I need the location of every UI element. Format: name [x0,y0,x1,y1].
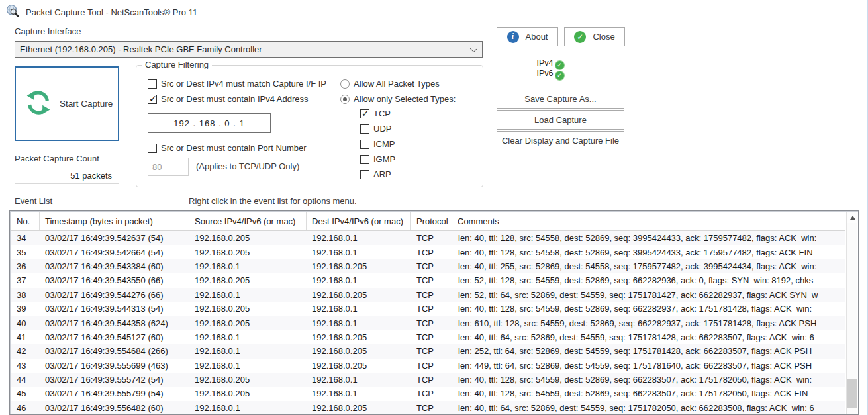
table-header-row: No.Timestamp (bytes in packet)Source IPv… [11,212,845,231]
app-icon [5,4,19,20]
ipv4-address-input[interactable]: 192 . 168 . 0 . 1 [148,113,271,133]
table-cell: TCP [411,304,452,314]
checkbox-packet-type-arp[interactable]: ARP [360,169,391,179]
checkbox-contain-port[interactable]: Src or Dest must contain Port Number [148,143,307,153]
port-number-value: 80 [152,162,162,172]
scroll-up-button[interactable] [847,212,858,223]
table-cell: 192.168.0.1 [189,346,307,356]
table-cell: 03/02/17 16:49:39.543550 (66) [40,275,189,285]
checkbox-packet-type-udp[interactable]: UDP [360,124,391,134]
checkbox-icon[interactable] [148,95,157,104]
table-row[interactable]: 4503/02/17 16:49:39.555799 (54)192.168.0… [11,387,845,400]
radio-icon[interactable] [340,79,350,89]
clear-display-button[interactable]: Clear Display and Capture File [497,131,624,150]
table-row[interactable]: 4203/02/17 16:49:39.554684 (266)192.168.… [11,344,845,358]
table-cell: len: 40, ttl: 128, src: 54558, dest: 528… [452,248,845,257]
checkbox-icon[interactable] [360,170,369,179]
column-header[interactable]: No. [11,212,40,230]
table-cell: 03/02/17 16:49:39.544313 (54) [40,304,189,314]
table-row[interactable]: 4403/02/17 16:49:39.555742 (54)192.168.0… [11,373,845,387]
table-cell: 03/02/17 16:49:39.542637 (54) [40,233,189,243]
table-cell: TCP [411,403,452,413]
column-header[interactable]: Source IPv4/IPv6 (or mac) [189,212,307,230]
table-cell: 192.168.0.1 [307,275,411,285]
ipv4-status: IPv4✓ [520,58,580,69]
table-row[interactable]: 3703/02/17 16:49:39.543550 (66)192.168.0… [11,273,845,287]
checkbox-icon[interactable] [360,124,369,134]
column-header[interactable]: Timestamp (bytes in packet) [40,212,189,230]
radio-icon[interactable] [340,95,350,104]
checkbox-icon[interactable] [360,109,369,118]
table-cell: 192.168.0.1 [307,375,411,385]
table-cell: 03/02/17 16:49:39.554684 (266) [40,346,189,356]
clear-display-label: Clear Display and Capture File [502,136,619,146]
scrollbar-thumb[interactable] [847,379,857,408]
table-row[interactable]: 3903/02/17 16:49:39.544313 (54)192.168.0… [11,302,845,316]
table-cell: len: 40, ttl: 128, src: 54558, dest: 528… [452,233,845,243]
radio-label: Allow only Selected Types: [354,94,456,104]
table-cell: 192.168.0.205 [189,275,307,285]
close-button[interactable]: ✓ Close [564,27,625,46]
table-cell: 40 [11,318,40,328]
event-list-table[interactable]: No.Timestamp (bytes in packet)Source IPv… [9,210,859,415]
checkbox-label: ARP [373,169,391,179]
checkbox-packet-type-tcp[interactable]: TCP [360,109,391,118]
checkbox-label: ICMP [373,139,395,149]
check-circle-icon: ✓ [574,31,586,43]
table-row[interactable]: 4003/02/17 16:49:39.544358 (624)192.168.… [11,316,845,330]
table-cell: 192.168.0.1 [189,290,307,300]
vertical-scrollbar[interactable] [846,212,857,414]
table-row[interactable]: 4103/02/17 16:49:39.545127 (60)192.168.0… [11,330,845,344]
column-header[interactable]: Protocol [411,212,452,230]
table-cell: 03/02/17 16:49:39.555699 (463) [40,361,189,371]
column-header[interactable]: Comments [452,212,845,230]
checkbox-label: Src or Dest must contain IPv4 Address [161,94,309,104]
save-capture-as-button[interactable]: Save Capture As... [497,89,624,109]
table-cell: len: 52, ttl: 128, src: 54559, dest: 528… [452,275,845,285]
packet-capture-tool-window: Packet Capture Tool - NetScanTools® Pro … [0,0,868,415]
checkbox-match-interface-ip[interactable]: Src or Dest IPv4 must match Capture I/F … [148,79,326,89]
table-cell: 39 [11,304,40,314]
load-capture-button[interactable]: Load Capture [497,110,624,130]
refresh-icon [25,89,52,118]
table-cell: 192.168.0.1 [307,304,411,314]
about-label: About [526,32,548,42]
start-capture-label: Start Capture [60,99,113,109]
checkbox-packet-type-icmp[interactable]: ICMP [360,139,395,149]
capture-interface-select[interactable]: Ethernet (192.168.0.205) - Realtek PCIe … [15,41,483,58]
start-capture-button[interactable]: Start Capture [15,66,119,141]
radio-label: Allow All Packet Types [354,79,440,89]
table-cell: 192.168.0.1 [307,233,411,243]
checkbox-icon[interactable] [360,155,369,164]
checkbox-contain-ipv4[interactable]: Src or Dest must contain IPv4 Address [148,94,309,104]
checkbox-label: TCP [373,109,391,118]
table-cell: TCP [411,332,452,342]
load-capture-label: Load Capture [534,115,587,125]
checkbox-icon[interactable] [360,140,369,149]
port-note-label: (Applies to TCP/UDP Only) [196,161,299,171]
window-title: Packet Capture Tool - NetScanTools® Pro … [26,7,197,17]
checkbox-icon[interactable] [148,144,157,153]
about-button[interactable]: i About [497,27,558,46]
table-cell: len: 40, ttl: 64, src: 52869, dest: 5455… [452,403,845,413]
table-cell: len: 40, ttl: 255, src: 52869, dest: 545… [452,261,845,271]
table-cell: 192.168.0.205 [189,318,307,328]
table-cell: 43 [11,361,40,371]
table-cell: TCP [411,233,452,243]
table-row[interactable]: 4603/02/17 16:49:39.556482 (60)192.168.0… [11,401,845,415]
table-row[interactable]: 4303/02/17 16:49:39.555699 (463)192.168.… [11,359,845,373]
checkbox-packet-type-igmp[interactable]: IGMP [360,154,395,164]
table-row[interactable]: 3503/02/17 16:49:39.542664 (54)192.168.0… [11,245,845,259]
column-header[interactable]: Dest IPv4/IPv6 (or mac) [307,212,411,230]
checkbox-label: Src or Dest IPv4 must match Capture I/F … [161,79,326,89]
table-row[interactable]: 3803/02/17 16:49:39.544276 (66)192.168.0… [11,288,845,302]
table-cell: TCP [411,318,452,328]
table-row[interactable]: 3603/02/17 16:49:39.543384 (60)192.168.0… [11,259,845,273]
table-row[interactable]: 3403/02/17 16:49:39.542637 (54)192.168.0… [11,231,845,245]
checkbox-icon[interactable] [148,79,157,89]
port-number-input[interactable]: 80 [148,158,189,176]
radio-allow-all-packet-types[interactable]: Allow All Packet Types [340,79,440,89]
chevron-down-icon [470,46,477,52]
radio-allow-selected-types[interactable]: Allow only Selected Types: [340,94,456,104]
table-cell: 192.168.0.1 [189,332,307,342]
